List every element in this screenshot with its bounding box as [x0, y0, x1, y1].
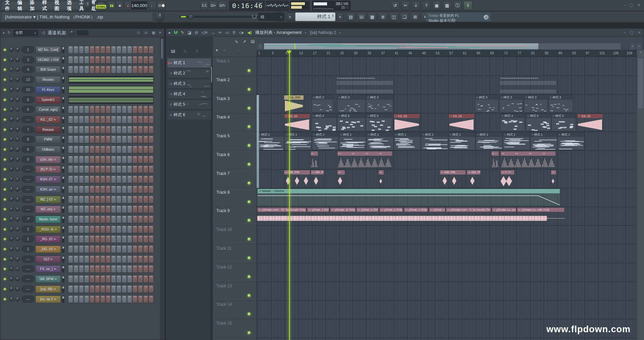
step-cell[interactable] — [133, 236, 137, 243]
step-cell[interactable] — [68, 296, 73, 303]
step-cell[interactable] — [79, 296, 84, 303]
filter-pattern-icon[interactable]: Ш — [251, 39, 255, 44]
channel-pan-knob[interactable] — [9, 77, 14, 82]
channel-pan-knob[interactable] — [9, 207, 14, 211]
channel-led[interactable] — [4, 248, 6, 250]
step-cell[interactable] — [85, 206, 89, 213]
scroll-dot-button[interactable]: • — [637, 43, 641, 49]
step-cell[interactable] — [111, 265, 116, 273]
channel-mini-fader[interactable] — [62, 46, 64, 53]
channel-volume-knob[interactable] — [15, 217, 20, 222]
step-cell[interactable] — [144, 136, 148, 143]
step-cell[interactable] — [144, 166, 148, 173]
clip-oneshot[interactable]: ↦SM..PM — [284, 170, 310, 188]
step-cell[interactable] — [90, 216, 94, 223]
channel-mini-fader[interactable] — [62, 96, 64, 103]
step-cell[interactable] — [133, 216, 137, 223]
step-cell[interactable] — [74, 136, 78, 143]
step-cell[interactable] — [85, 176, 89, 183]
transport-option-button-2[interactable]: 3:2ᵢ — [200, 1, 208, 10]
channel-pan-knob[interactable] — [9, 217, 14, 222]
step-cell[interactable] — [101, 186, 105, 193]
step-cell[interactable] — [106, 136, 110, 143]
track-header[interactable]: Track 4∙∙∙ — [213, 113, 257, 132]
channel-button[interactable]: PMW — [36, 136, 61, 143]
playlist-breadcrumb[interactable]: [sa] hatloop 2 — [310, 30, 336, 35]
channel-button[interactable]: SM..BPMıllı — [36, 276, 61, 283]
clip-pattern[interactable]: ≡样式 1 — [312, 132, 339, 150]
step-cell[interactable] — [138, 106, 143, 113]
keyboard-editor-icon[interactable]: .ılı. — [144, 31, 149, 35]
step-cell[interactable] — [133, 256, 137, 263]
step-cell[interactable] — [117, 106, 121, 113]
add-track-button[interactable]: + — [216, 48, 218, 53]
channel-button[interactable]: _RGD..4)ıllı — [36, 226, 61, 233]
step-cell[interactable] — [122, 66, 126, 73]
step-cell[interactable] — [127, 246, 132, 253]
add-pattern-button[interactable]: + — [337, 13, 343, 21]
channel-mini-fader[interactable] — [62, 86, 64, 93]
rack-scrollbar[interactable] — [160, 37, 164, 340]
track-header[interactable]: Track 8∙∙∙ — [213, 188, 257, 207]
track-lane[interactable] — [257, 282, 637, 301]
step-cell[interactable] — [144, 106, 148, 113]
step-cell[interactable] — [122, 206, 126, 213]
rack-swing-icon[interactable]: ↻ — [8, 31, 11, 35]
track-name[interactable]: Track 7 — [216, 171, 230, 176]
channel-volume-knob[interactable] — [15, 127, 20, 132]
channel-volume-knob[interactable] — [15, 167, 20, 172]
track-name[interactable]: Track 8 — [216, 190, 230, 195]
step-cell[interactable] — [79, 276, 84, 283]
channel-number[interactable]: ↗ — [22, 216, 34, 223]
window-toggle-piano-roll[interactable]: Ш — [357, 12, 366, 21]
track-grip[interactable]: ∙∙∙ — [216, 145, 220, 148]
scroll-right-button[interactable]: › — [630, 43, 635, 49]
step-cell[interactable] — [122, 216, 126, 223]
track-name[interactable]: Track 11 — [216, 246, 231, 251]
channel-led[interactable] — [4, 148, 6, 151]
step-cell[interactable] — [101, 116, 105, 123]
channel-volume-knob[interactable] — [15, 266, 20, 271]
step-cell[interactable] — [111, 296, 116, 303]
clip-pattern[interactable]: ≡样式 3 — [499, 95, 523, 113]
step-cell[interactable] — [101, 56, 105, 63]
channel-mini-fader[interactable] — [62, 206, 64, 213]
step-cell[interactable] — [90, 156, 94, 163]
step-cell[interactable] — [149, 186, 153, 193]
track-mute-led[interactable] — [248, 294, 251, 297]
channel-led[interactable] — [4, 198, 6, 201]
clip-vocal-header[interactable]: ↦y2mat..s Only — [307, 207, 329, 212]
step-cell[interactable] — [74, 236, 78, 243]
clip-pattern[interactable]: ≡样式 5 — [551, 113, 576, 131]
channel-mini-fader[interactable] — [62, 176, 64, 183]
step-cell[interactable] — [111, 276, 116, 283]
record-button[interactable]: ● — [124, 1, 131, 10]
step-cell[interactable] — [90, 136, 94, 143]
step-cell[interactable] — [90, 276, 94, 283]
step-cell[interactable] — [144, 276, 148, 283]
step-cell[interactable] — [101, 156, 105, 163]
step-cell[interactable] — [85, 116, 89, 123]
pattern-item[interactable]: ≡样式 4 — [167, 89, 211, 99]
stop-button[interactable]: ■ — [116, 1, 123, 10]
step-cell[interactable] — [79, 116, 84, 123]
step-cell[interactable] — [90, 146, 94, 153]
step-cell[interactable] — [106, 46, 110, 53]
step-cell[interactable] — [127, 265, 132, 273]
step-cell[interactable] — [95, 216, 100, 223]
step-cell[interactable] — [111, 256, 116, 263]
step-cell[interactable] — [79, 206, 84, 213]
step-cell[interactable] — [122, 156, 126, 163]
step-cell[interactable] — [138, 246, 143, 253]
step-cell[interactable] — [95, 246, 100, 253]
step-cell[interactable] — [95, 46, 100, 53]
pattern-item[interactable]: ≡样式 5 — [167, 100, 211, 109]
track-mute-led[interactable] — [248, 331, 251, 334]
top-button-help[interactable]: ? — [422, 1, 431, 10]
step-cell[interactable] — [122, 296, 126, 303]
step-cell[interactable] — [117, 66, 121, 73]
channel-number[interactable]: 5 — [22, 96, 34, 103]
step-cell[interactable] — [127, 216, 132, 223]
step-cell[interactable] — [127, 176, 132, 183]
step-cell[interactable] — [144, 216, 148, 223]
